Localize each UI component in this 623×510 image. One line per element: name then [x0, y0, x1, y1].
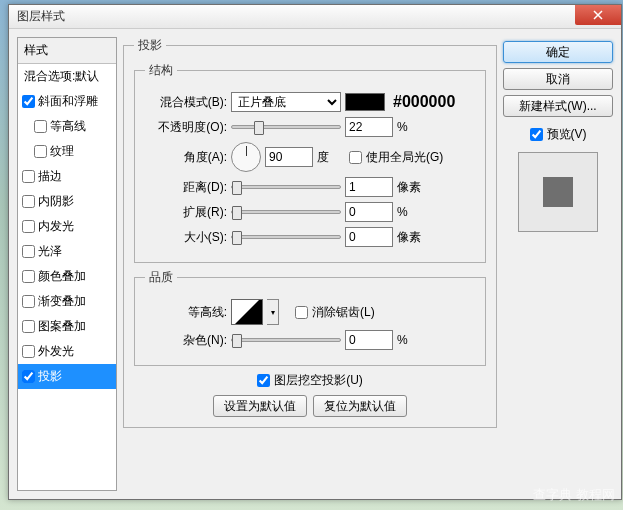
hex-display: #000000 — [393, 93, 455, 111]
style-label: 渐变叠加 — [38, 293, 86, 310]
spread-label: 扩展(R): — [145, 204, 227, 221]
angle-unit: 度 — [317, 149, 345, 166]
shadow-color-swatch[interactable] — [345, 93, 385, 111]
structure-legend: 结构 — [145, 62, 177, 79]
preview-swatch — [543, 177, 573, 207]
global-light-checkbox[interactable] — [349, 151, 362, 164]
reset-default-button[interactable]: 复位为默认值 — [313, 395, 407, 417]
close-button[interactable] — [575, 5, 621, 25]
opacity-field[interactable] — [345, 117, 393, 137]
style-label: 描边 — [38, 168, 62, 185]
angle-dial[interactable] — [231, 142, 261, 172]
style-checkbox[interactable] — [22, 220, 35, 233]
style-label: 内发光 — [38, 218, 74, 235]
global-light-label: 使用全局光(G) — [366, 149, 443, 166]
knockout-label: 图层挖空投影(U) — [274, 372, 363, 389]
preview-label: 预览(V) — [547, 126, 587, 143]
section-title: 投影 — [134, 37, 166, 54]
quality-legend: 品质 — [145, 269, 177, 286]
style-checkbox[interactable] — [22, 95, 35, 108]
structure-fieldset: 结构 混合模式(B): 正片叠底 #000000 不透明度(O): % — [134, 62, 486, 263]
spread-field[interactable] — [345, 202, 393, 222]
size-field[interactable] — [345, 227, 393, 247]
distance-slider[interactable] — [231, 185, 341, 189]
style-item-6[interactable]: 光泽 — [18, 239, 116, 264]
section-fieldset: 投影 结构 混合模式(B): 正片叠底 #000000 不透明度(O): % — [123, 37, 497, 428]
styles-list-panel: 样式 混合选项:默认 斜面和浮雕等高线纹理描边内阴影内发光光泽颜色叠加渐变叠加图… — [17, 37, 117, 491]
titlebar[interactable]: 图层样式 — [9, 5, 621, 29]
style-item-7[interactable]: 颜色叠加 — [18, 264, 116, 289]
size-unit: 像素 — [397, 229, 425, 246]
preview-box — [518, 152, 598, 232]
opacity-slider[interactable] — [231, 125, 341, 129]
cancel-button[interactable]: 取消 — [503, 68, 613, 90]
style-item-11[interactable]: 投影 — [18, 364, 116, 389]
style-item-8[interactable]: 渐变叠加 — [18, 289, 116, 314]
layer-style-dialog: 图层样式 样式 混合选项:默认 斜面和浮雕等高线纹理描边内阴影内发光光泽颜色叠加… — [8, 4, 622, 500]
new-style-button[interactable]: 新建样式(W)... — [503, 95, 613, 117]
styles-header[interactable]: 样式 — [18, 38, 116, 64]
style-item-3[interactable]: 描边 — [18, 164, 116, 189]
opacity-label: 不透明度(O): — [145, 119, 227, 136]
noise-unit: % — [397, 333, 425, 347]
noise-slider[interactable] — [231, 338, 341, 342]
style-checkbox[interactable] — [22, 345, 35, 358]
style-item-9[interactable]: 图案叠加 — [18, 314, 116, 339]
style-checkbox[interactable] — [22, 320, 35, 333]
style-checkbox[interactable] — [22, 170, 35, 183]
close-icon — [593, 10, 603, 20]
blending-options-item[interactable]: 混合选项:默认 — [18, 64, 116, 89]
style-label: 投影 — [38, 368, 62, 385]
style-item-10[interactable]: 外发光 — [18, 339, 116, 364]
size-slider[interactable] — [231, 235, 341, 239]
style-item-0[interactable]: 斜面和浮雕 — [18, 89, 116, 114]
style-item-2[interactable]: 纹理 — [18, 139, 116, 164]
style-checkbox[interactable] — [22, 295, 35, 308]
ok-button[interactable]: 确定 — [503, 41, 613, 63]
style-checkbox[interactable] — [22, 195, 35, 208]
style-label: 外发光 — [38, 343, 74, 360]
distance-unit: 像素 — [397, 179, 425, 196]
knockout-checkbox[interactable] — [257, 374, 270, 387]
antialias-label: 消除锯齿(L) — [312, 304, 375, 321]
settings-panel: 投影 结构 混合模式(B): 正片叠底 #000000 不透明度(O): % — [123, 37, 497, 491]
blend-mode-select[interactable]: 正片叠底 — [231, 92, 341, 112]
style-label: 颜色叠加 — [38, 268, 86, 285]
contour-dropdown[interactable]: ▾ — [267, 299, 279, 325]
style-item-4[interactable]: 内阴影 — [18, 189, 116, 214]
style-checkbox[interactable] — [34, 145, 47, 158]
contour-picker[interactable] — [231, 299, 263, 325]
action-panel: 确定 取消 新建样式(W)... 预览(V) — [503, 37, 613, 491]
style-label: 图案叠加 — [38, 318, 86, 335]
preview-checkbox[interactable] — [530, 128, 543, 141]
blend-mode-label: 混合模式(B): — [145, 94, 227, 111]
style-label: 光泽 — [38, 243, 62, 260]
contour-label: 等高线: — [145, 304, 227, 321]
spread-slider[interactable] — [231, 210, 341, 214]
antialias-checkbox[interactable] — [295, 306, 308, 319]
angle-label: 角度(A): — [145, 149, 227, 166]
style-checkbox[interactable] — [22, 370, 35, 383]
distance-field[interactable] — [345, 177, 393, 197]
style-label: 内阴影 — [38, 193, 74, 210]
style-label: 纹理 — [50, 143, 74, 160]
style-checkbox[interactable] — [22, 245, 35, 258]
style-item-1[interactable]: 等高线 — [18, 114, 116, 139]
style-label: 等高线 — [50, 118, 86, 135]
content-area: 样式 混合选项:默认 斜面和浮雕等高线纹理描边内阴影内发光光泽颜色叠加渐变叠加图… — [9, 29, 621, 499]
noise-label: 杂色(N): — [145, 332, 227, 349]
distance-label: 距离(D): — [145, 179, 227, 196]
noise-field[interactable] — [345, 330, 393, 350]
opacity-unit: % — [397, 120, 425, 134]
size-label: 大小(S): — [145, 229, 227, 246]
quality-fieldset: 品质 等高线: ▾ 消除锯齿(L) 杂色(N): % — [134, 269, 486, 366]
style-checkbox[interactable] — [34, 120, 47, 133]
spread-unit: % — [397, 205, 425, 219]
style-checkbox[interactable] — [22, 270, 35, 283]
style-label: 斜面和浮雕 — [38, 93, 98, 110]
angle-field[interactable] — [265, 147, 313, 167]
window-title: 图层样式 — [17, 8, 65, 25]
style-item-5[interactable]: 内发光 — [18, 214, 116, 239]
set-default-button[interactable]: 设置为默认值 — [213, 395, 307, 417]
